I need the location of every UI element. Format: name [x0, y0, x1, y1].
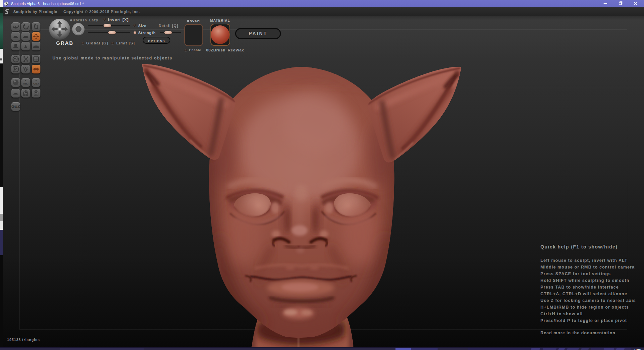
svg-text:OBJ: OBJ — [23, 82, 28, 85]
svg-text:OBJ: OBJ — [33, 82, 39, 85]
